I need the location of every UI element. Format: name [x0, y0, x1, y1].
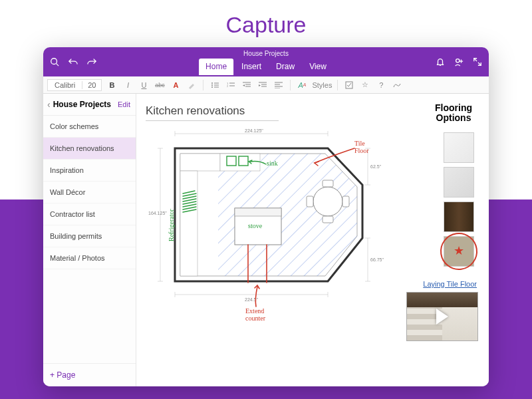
bell-icon[interactable]	[436, 57, 445, 66]
sidebar-item-color-schemes[interactable]: Color schemes	[43, 116, 136, 138]
ink-label-sink: sink	[267, 160, 278, 167]
todo-button[interactable]	[343, 79, 355, 91]
floor-plan: 224.125" 164.125" 62.5" 66.75" 224.5"	[148, 128, 388, 321]
tab-insert[interactable]: Insert	[235, 59, 268, 75]
dim-right-upper: 62.5"	[370, 164, 382, 169]
svg-point-51	[313, 187, 342, 216]
title-bar: House Projects Home Insert Draw View	[43, 47, 489, 76]
svg-rect-48	[180, 171, 198, 276]
app-window: House Projects Home Insert Draw View Cal…	[43, 47, 489, 386]
divider	[337, 80, 338, 90]
sidebar-item-building-permits[interactable]: Building permits	[43, 225, 136, 247]
swatch-stone[interactable]	[444, 167, 474, 198]
styles-label[interactable]: Styles	[312, 81, 332, 89]
font-selector[interactable]: Calibri 20	[47, 79, 102, 91]
sidebar-item-material-photos[interactable]: Material / Photos	[43, 247, 136, 269]
sidebar-header: ‹ House Projects Edit	[43, 94, 136, 116]
ink-label-tile-floor: TileFloor	[354, 140, 369, 154]
svg-point-0	[51, 59, 57, 65]
video-link[interactable]: Laying Tile Floor	[423, 280, 477, 288]
indent-button[interactable]	[257, 79, 269, 91]
ink-label-refrigerator: Refrigerator	[168, 208, 175, 241]
svg-point-8	[211, 82, 213, 84]
expand-icon[interactable]	[473, 57, 482, 66]
font-name: Calibri	[48, 81, 82, 89]
ink-label-stove: stove	[248, 222, 263, 229]
svg-rect-52	[323, 180, 333, 187]
highlight-button[interactable]	[186, 79, 198, 91]
font-color-button[interactable]: A	[170, 79, 182, 91]
swatch-marble[interactable]	[444, 132, 474, 163]
section-title: House Projects	[53, 100, 118, 109]
dim-right-lower: 66.75"	[370, 257, 384, 262]
ribbon-tabs: Home Insert Draw View	[199, 59, 333, 75]
tab-home[interactable]: Home	[199, 59, 233, 75]
page-list: Color schemes Kitchen renovations Inspir…	[43, 116, 136, 363]
flooring-heading: Flooring Options	[430, 103, 477, 124]
italic-button[interactable]: I	[122, 79, 134, 91]
ink-label-extend-counter: Extendcounter	[245, 307, 266, 322]
tag-question-button[interactable]: ?	[375, 79, 387, 91]
tab-draw[interactable]: Draw	[269, 59, 301, 75]
document-title: House Projects	[243, 50, 289, 57]
svg-line-1	[57, 64, 59, 66]
sidebar-item-contractor-list[interactable]: Contractor list	[43, 203, 136, 225]
svg-rect-46	[180, 154, 220, 171]
dim-left: 164.125"	[148, 211, 167, 215]
play-icon	[436, 309, 448, 325]
undo-icon[interactable]	[68, 57, 78, 66]
redo-icon[interactable]	[87, 57, 96, 66]
divider	[290, 80, 291, 90]
share-icon[interactable]	[454, 57, 464, 66]
tag-star-button[interactable]: ☆	[359, 79, 371, 91]
svg-point-12	[211, 86, 213, 88]
svg-rect-55	[342, 196, 349, 207]
bullets-button[interactable]	[209, 79, 221, 91]
dim-bottom: 224.5"	[245, 297, 259, 302]
numbering-button[interactable]: 12	[225, 79, 237, 91]
page-sidebar: ‹ House Projects Edit Color schemes Kitc…	[43, 94, 136, 386]
sidebar-item-kitchen-renovations[interactable]: Kitchen renovations	[43, 138, 136, 160]
swatch-wood[interactable]	[444, 201, 474, 232]
dim-top: 224.125"	[245, 128, 263, 133]
svg-rect-53	[323, 216, 333, 223]
swatch-tile-selected[interactable]: ★	[444, 236, 474, 267]
flooring-swatches: ★	[444, 132, 474, 267]
svg-rect-50	[235, 208, 281, 216]
outdent-button[interactable]	[241, 79, 253, 91]
styles-icon[interactable]: AA	[296, 79, 308, 91]
edit-button[interactable]: Edit	[118, 100, 130, 108]
hero-heading: Capture	[0, 0, 532, 47]
svg-rect-54	[307, 196, 313, 207]
svg-point-3	[456, 59, 460, 63]
sidebar-item-inspiration[interactable]: Inspiration	[43, 160, 136, 182]
tag-more-button[interactable]	[391, 79, 403, 91]
back-icon[interactable]: ‹	[47, 99, 53, 110]
note-canvas[interactable]: Kitchen renovations Flooring Options ★ L…	[136, 94, 489, 386]
ink-star-icon: ★	[454, 243, 464, 258]
search-icon[interactable]	[50, 57, 59, 66]
bold-button[interactable]: B	[106, 79, 118, 91]
video-thumbnail[interactable]	[406, 292, 478, 341]
sidebar-item-wall-decor[interactable]: Wall Décor	[43, 182, 136, 203]
ribbon-toolbar: Calibri 20 B I U abc A 12 AA Styles ☆ ?	[43, 76, 489, 94]
svg-text:2: 2	[227, 84, 229, 88]
add-page-button[interactable]: + Page	[43, 363, 136, 386]
underline-button[interactable]: U	[138, 79, 150, 91]
strike-button[interactable]: abc	[154, 79, 166, 91]
tab-view[interactable]: View	[303, 59, 333, 75]
main-area: ‹ House Projects Edit Color schemes Kitc…	[43, 94, 489, 386]
page-title[interactable]: Kitchen renovations	[146, 104, 279, 121]
svg-point-10	[211, 84, 213, 86]
align-button[interactable]	[273, 79, 285, 91]
divider	[203, 80, 203, 90]
font-size: 20	[82, 81, 101, 89]
